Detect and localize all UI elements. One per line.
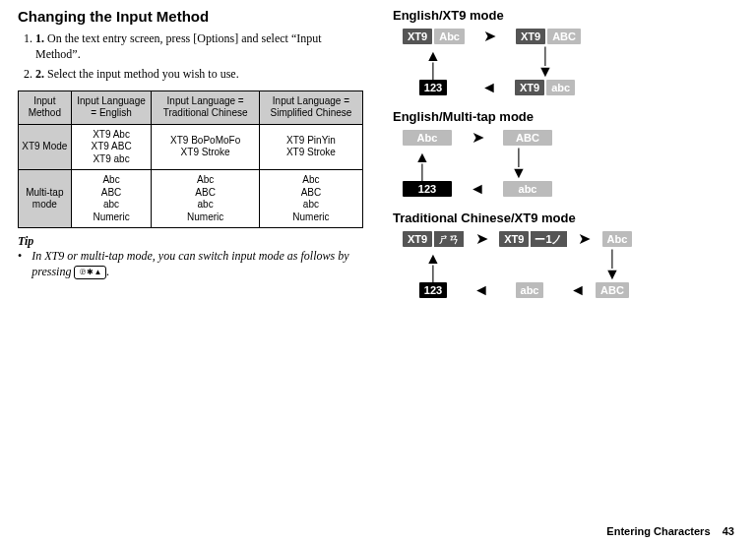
arrow-up-icon: ▲│ (414, 150, 430, 181)
arrow-down-icon: │▼ (511, 150, 527, 181)
footer-section: Entering Characters (606, 525, 710, 537)
arrow-up-icon: ▲│ (425, 48, 441, 80)
table-cell: XT9 PinYin XT9 Stroke (259, 124, 362, 170)
table-header-traditional: Input Language = Traditional Chinese (152, 90, 259, 124)
star-key-icon: ℗✱▲ (74, 266, 106, 279)
badge-abc-upper: ABC (596, 282, 629, 298)
table-cell: XT9 Abc XT9 ABC XT9 abc (71, 124, 152, 170)
arrow-right-icon: ➤ (470, 231, 493, 247)
left-column: Changing the Input Method 1. On the text… (18, 8, 363, 312)
table-cell: Abc ABC abc Numeric (152, 170, 259, 228)
arrow-up-icon: ▲│ (425, 251, 441, 282)
badge-abc-lower: abc (546, 80, 575, 95)
badge-abc-lower: abc (516, 282, 544, 298)
badge-stroke: ー1ノ (531, 231, 566, 247)
badge-123: 123 (403, 181, 452, 197)
arrow-right-icon: ➤ (573, 231, 597, 247)
diagram-heading-trad-chinese-xt9: Traditional Chinese/XT9 mode (393, 211, 738, 225)
table-cell: Abc ABC abc Numeric (259, 170, 362, 228)
table-header-english: Input Language = English (71, 90, 152, 124)
diagram-heading-english-multitap: English/Multi-tap mode (393, 109, 738, 124)
badge-abc-mixed: Abc (434, 29, 465, 44)
table-header-simplified: Input Language = Simplified Chinese (259, 90, 362, 124)
diagram-english-multitap: Abc ➤ ABC ▲│ │▼ 123 ◄ abc (403, 130, 738, 197)
arrow-left-icon: ◄ (566, 282, 590, 298)
badge-xt9: XT9 (515, 80, 544, 95)
badge-abc-mixed: Abc (602, 231, 633, 247)
badge-xt9: XT9 (516, 29, 545, 44)
diagram-english-xt9: XT9 Abc ➤ XT9 ABC ▲│ │▼ 123 ◄ (403, 29, 738, 95)
table-row-multitap-label: Multi-tap mode (19, 170, 72, 228)
footer-page-number: 43 (723, 525, 734, 537)
right-column: English/XT9 mode XT9 Abc ➤ XT9 ABC ▲│ │▼ (393, 8, 738, 312)
table-header-method: Input Method (19, 90, 72, 124)
diagram-heading-english-xt9: English/XT9 mode (393, 8, 738, 23)
badge-123: 123 (419, 282, 447, 298)
badge-abc-mixed: Abc (403, 130, 452, 146)
step-2: 2. Select the input method you wish to u… (35, 66, 363, 82)
badge-bopomofo: ㄕㄢ (434, 231, 464, 247)
step-1: 1. On the text entry screen, press [Opti… (35, 30, 363, 62)
arrow-right-icon: ➤ (471, 29, 510, 44)
arrow-right-icon: ➤ (458, 130, 497, 146)
arrow-down-icon: │▼ (537, 48, 553, 80)
input-method-table: Input Method Input Language = English In… (18, 90, 363, 229)
arrow-left-icon: ◄ (458, 181, 497, 197)
table-cell: XT9 BoPoMoFo XT9 Stroke (152, 124, 259, 170)
arrow-down-icon: │▼ (604, 251, 620, 282)
tip-text: • In XT9 or multi-tap mode, you can swit… (18, 249, 363, 279)
badge-abc-lower: abc (503, 181, 552, 197)
steps-list: 1. On the text entry screen, press [Opti… (18, 30, 363, 83)
badge-xt9: XT9 (403, 29, 432, 44)
section-heading: Changing the Input Method (18, 8, 363, 25)
badge-abc-upper: ABC (547, 29, 581, 44)
badge-xt9: XT9 (403, 231, 432, 247)
diagram-trad-chinese-xt9: XT9 ㄕㄢ ➤ XT9 ー1ノ ➤ Abc ▲│ │▼ (403, 231, 738, 298)
tip-label: Tip (18, 234, 363, 249)
badge-abc-upper: ABC (503, 130, 552, 146)
table-cell: Abc ABC abc Numeric (71, 170, 152, 228)
badge-123: 123 (419, 80, 447, 95)
page-footer: Entering Characters 43 (606, 525, 734, 537)
arrow-left-icon: ◄ (470, 282, 493, 298)
arrow-left-icon: ◄ (470, 80, 509, 95)
badge-xt9: XT9 (499, 231, 529, 247)
table-row-xt9-label: XT9 Mode (19, 124, 72, 170)
